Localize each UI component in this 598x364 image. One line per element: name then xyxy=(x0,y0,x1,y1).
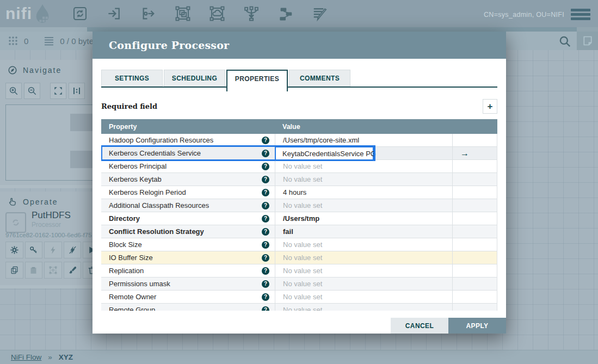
remote-process-group-icon[interactable] xyxy=(209,5,225,22)
property-row[interactable]: Kerberos Credentials Service?KeytabCrede… xyxy=(101,147,497,160)
property-name: Kerberos Keytab xyxy=(109,175,162,183)
property-value[interactable]: /Users/tmp/core-site.xml xyxy=(283,136,359,144)
property-row[interactable]: Replication?No value set xyxy=(101,264,497,277)
help-icon[interactable]: ? xyxy=(262,267,269,275)
tab-comments[interactable]: COMMENTS xyxy=(289,70,350,87)
selected-component-name: PutHDFS xyxy=(32,210,101,221)
tab-scheduling[interactable]: SCHEDULING xyxy=(164,70,225,87)
zoom-fit-icon[interactable] xyxy=(50,83,66,99)
help-icon[interactable]: ? xyxy=(262,280,269,288)
property-row[interactable]: Additional Classpath Resources?No value … xyxy=(101,199,497,212)
property-row[interactable]: Conflict Resolution Strategy?fail xyxy=(101,225,497,238)
help-icon[interactable]: ? xyxy=(262,228,269,236)
hand-icon xyxy=(8,197,17,207)
header-strip-center xyxy=(87,27,577,32)
header-strip-right xyxy=(577,27,598,32)
tab-properties[interactable]: PROPERTIES xyxy=(226,70,288,91)
property-row[interactable]: Permissions umask?No value set xyxy=(101,277,497,291)
property-name: Hadoop Configuration Resources xyxy=(109,136,213,144)
navigate-panel: Navigate xyxy=(0,60,101,188)
dialog-header: Configure Processor xyxy=(93,32,506,59)
property-value[interactable]: No value set xyxy=(283,254,322,262)
tab-settings[interactable]: SETTINGS xyxy=(101,70,163,87)
queue-list-icon xyxy=(44,35,54,46)
change-color-brush-icon[interactable] xyxy=(64,262,82,279)
property-row[interactable]: Remote Group?No value set xyxy=(101,304,497,311)
copy-icon[interactable] xyxy=(5,262,23,279)
nifi-app: nifi xyxy=(0,0,598,364)
property-value[interactable]: No value set xyxy=(283,175,322,183)
processor-icon[interactable] xyxy=(72,5,88,22)
configure-gear-icon[interactable] xyxy=(5,242,23,258)
zoom-in-icon[interactable] xyxy=(5,83,22,99)
add-property-button[interactable]: + xyxy=(483,99,497,114)
properties-table: Property Value Hadoop Configuration Reso… xyxy=(101,119,497,311)
property-row[interactable]: Kerberos Keytab?No value set xyxy=(101,173,497,186)
help-icon[interactable]: ? xyxy=(262,293,269,301)
help-icon[interactable]: ? xyxy=(262,163,269,170)
column-header-value: Value xyxy=(275,123,300,131)
property-value[interactable]: No value set xyxy=(283,293,322,301)
goto-service-arrow-icon[interactable]: → xyxy=(460,149,469,158)
current-user: CN=sys_admin, OU=NIFI xyxy=(484,11,564,18)
process-group-icon[interactable] xyxy=(175,5,191,22)
global-menu-icon[interactable] xyxy=(571,9,590,21)
label-icon[interactable] xyxy=(312,5,328,22)
compass-icon xyxy=(8,65,17,75)
property-value[interactable]: /Users/tmp xyxy=(283,214,319,223)
property-row[interactable]: Kerberos Principal?No value set xyxy=(101,160,497,173)
search-icon[interactable] xyxy=(558,34,572,48)
property-row[interactable]: Hadoop Configuration Resources?/Users/tm… xyxy=(101,134,497,147)
property-row[interactable]: IO Buffer Size?No value set xyxy=(101,251,497,264)
input-port-icon[interactable] xyxy=(106,5,122,22)
bulletin-note-icon[interactable] xyxy=(577,32,598,50)
property-name: Block Size xyxy=(109,240,142,249)
output-port-icon[interactable] xyxy=(140,5,157,22)
help-icon[interactable]: ? xyxy=(262,150,269,157)
property-value[interactable]: No value set xyxy=(283,162,322,170)
component-toolbar xyxy=(72,0,328,27)
property-row[interactable]: Kerberos Relogin Period?4 hours xyxy=(101,186,497,199)
property-value[interactable]: fail xyxy=(283,227,293,236)
property-name: Additional Classpath Resources xyxy=(109,201,209,209)
access-policies-key-icon[interactable] xyxy=(25,242,43,258)
zoom-out-icon[interactable] xyxy=(24,83,40,99)
birdseye-minimap[interactable] xyxy=(5,104,101,181)
column-header-property: Property xyxy=(101,123,275,131)
property-value[interactable]: No value set xyxy=(283,240,322,249)
property-value[interactable]: No value set xyxy=(283,201,322,209)
help-icon[interactable]: ? xyxy=(262,215,269,223)
property-row[interactable]: Directory?/Users/tmp xyxy=(101,212,497,225)
apply-button[interactable]: APPLY xyxy=(448,318,506,334)
help-icon[interactable]: ? xyxy=(262,306,269,311)
property-value[interactable]: 4 hours xyxy=(283,188,306,196)
help-icon[interactable]: ? xyxy=(262,254,269,262)
header-strip-left xyxy=(0,27,87,32)
property-value[interactable]: No value set xyxy=(283,267,322,275)
funnel-icon[interactable] xyxy=(243,5,260,22)
group-selection-icon xyxy=(44,262,62,279)
nifi-logo-text: nifi xyxy=(5,3,32,24)
help-icon[interactable]: ? xyxy=(262,202,269,209)
help-icon[interactable]: ? xyxy=(262,241,269,249)
help-icon[interactable]: ? xyxy=(262,137,269,144)
property-value[interactable]: KeytabCredentialsService PG xyxy=(282,150,376,158)
breadcrumb-root-link[interactable]: NiFi Flow xyxy=(11,353,41,361)
property-name: Remote Owner xyxy=(109,293,156,301)
dialog-tabs: SETTINGS SCHEDULING PROPERTIES COMMENTS xyxy=(101,70,497,92)
property-row[interactable]: Block Size?No value set xyxy=(101,238,497,251)
configure-processor-dialog: Configure Processor SETTINGS SCHEDULING … xyxy=(93,32,506,334)
active-thread-count: 0 xyxy=(24,36,28,46)
property-name: Kerberos Credentials Service xyxy=(109,149,201,157)
zoom-actual-icon[interactable] xyxy=(69,83,85,99)
property-value[interactable]: No value set xyxy=(283,306,322,311)
help-icon[interactable]: ? xyxy=(262,176,269,183)
template-icon[interactable] xyxy=(278,5,294,22)
property-name: Kerberos Relogin Period xyxy=(109,188,186,196)
help-icon[interactable]: ? xyxy=(262,189,269,196)
highlighted-value-box[interactable]: KeytabCredentialsService PG xyxy=(275,146,374,161)
property-row[interactable]: Remote Owner?No value set xyxy=(101,291,497,304)
property-value[interactable]: No value set xyxy=(283,280,322,288)
cancel-button[interactable]: CANCEL xyxy=(391,318,448,334)
disable-bolt-slash-icon[interactable] xyxy=(64,242,82,258)
